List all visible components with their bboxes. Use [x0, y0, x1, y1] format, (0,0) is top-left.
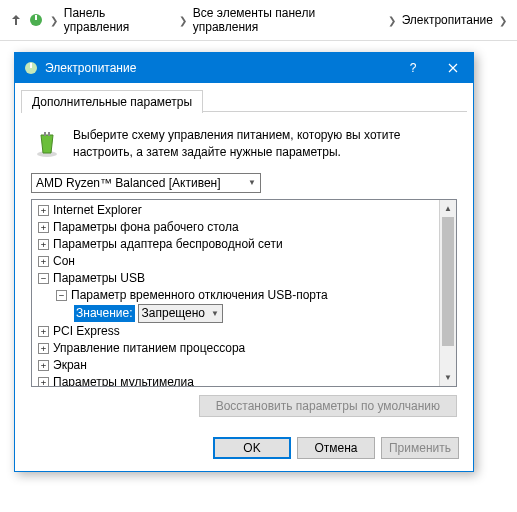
- expand-icon[interactable]: +: [38, 326, 49, 337]
- svg-rect-3: [30, 63, 32, 68]
- chevron-right-icon: ❯: [497, 15, 509, 26]
- tree-item-usb[interactable]: −Параметры USB: [32, 270, 439, 287]
- chevron-right-icon: ❯: [48, 15, 60, 26]
- scroll-up-icon[interactable]: ▲: [440, 200, 456, 217]
- power-options-icon: [28, 12, 44, 28]
- cancel-button[interactable]: Отмена: [297, 437, 375, 459]
- expand-icon[interactable]: +: [38, 239, 49, 250]
- collapse-icon[interactable]: −: [38, 273, 49, 284]
- info-text: Выберите схему управления питанием, кото…: [73, 127, 457, 161]
- titlebar: Электропитание ?: [15, 53, 473, 83]
- dialog-buttons: OK Отмена Применить: [15, 427, 473, 471]
- svg-rect-7: [48, 132, 50, 136]
- close-button[interactable]: [433, 53, 473, 83]
- tab-advanced[interactable]: Дополнительные параметры: [21, 90, 203, 113]
- breadcrumb-item[interactable]: Панель управления: [64, 6, 173, 34]
- collapse-icon[interactable]: −: [56, 290, 67, 301]
- chevron-right-icon: ❯: [177, 15, 189, 26]
- expand-icon[interactable]: +: [38, 377, 49, 386]
- expand-icon[interactable]: +: [38, 256, 49, 267]
- svg-rect-6: [44, 132, 46, 136]
- chevron-down-icon: ▼: [211, 305, 219, 322]
- tree-item-desktop-bg[interactable]: +Параметры фона рабочего стола: [32, 219, 439, 236]
- help-button[interactable]: ?: [393, 53, 433, 83]
- tree-item-pci[interactable]: +PCI Express: [32, 323, 439, 340]
- power-plan-combo[interactable]: AMD Ryzen™ Balanced [Активен] ▼: [31, 173, 261, 193]
- scrollbar[interactable]: ▲ ▼: [439, 200, 456, 386]
- tree-item-screen[interactable]: +Экран: [32, 357, 439, 374]
- restore-row: Восстановить параметры по умолчанию: [31, 395, 457, 417]
- chevron-down-icon: ▼: [248, 178, 256, 187]
- battery-icon: [31, 127, 63, 159]
- settings-tree: +Internet Explorer +Параметры фона рабоч…: [31, 199, 457, 387]
- expand-icon[interactable]: +: [38, 222, 49, 233]
- expand-icon[interactable]: +: [38, 205, 49, 216]
- power-plan-value: AMD Ryzen™ Balanced [Активен]: [36, 176, 221, 190]
- tab-row: Дополнительные параметры: [15, 83, 473, 112]
- expand-icon[interactable]: +: [38, 360, 49, 371]
- content: Выберите схему управления питанием, кото…: [15, 113, 473, 427]
- tree-item-wifi[interactable]: +Параметры адаптера беспроводной сети: [32, 236, 439, 253]
- window-title: Электропитание: [45, 61, 393, 75]
- tree-item-sleep[interactable]: +Сон: [32, 253, 439, 270]
- tree-item-ie[interactable]: +Internet Explorer: [32, 202, 439, 219]
- power-options-icon: [23, 60, 39, 76]
- tree-item-multimedia[interactable]: +Параметры мультимелиа: [32, 374, 439, 386]
- chevron-right-icon: ❯: [386, 15, 398, 26]
- tree-item-cpu[interactable]: +Управление питанием процессора: [32, 340, 439, 357]
- svg-rect-1: [35, 15, 37, 20]
- scroll-down-icon[interactable]: ▼: [440, 369, 456, 386]
- tree-body: +Internet Explorer +Параметры фона рабоч…: [32, 200, 439, 386]
- scroll-thumb[interactable]: [442, 217, 454, 346]
- svg-text:?: ?: [410, 62, 417, 74]
- ok-button[interactable]: OK: [213, 437, 291, 459]
- info-row: Выберите схему управления питанием, кото…: [31, 127, 457, 161]
- power-options-dialog: Электропитание ? Дополнительные параметр…: [14, 52, 474, 472]
- scroll-track[interactable]: [440, 217, 456, 369]
- expand-icon[interactable]: +: [38, 343, 49, 354]
- apply-button[interactable]: Применить: [381, 437, 459, 459]
- up-icon[interactable]: [8, 12, 24, 28]
- breadcrumb-item[interactable]: Электропитание: [402, 13, 493, 27]
- restore-defaults-button[interactable]: Восстановить параметры по умолчанию: [199, 395, 457, 417]
- tree-item-usb-value[interactable]: Значение: Запрещено ▼: [32, 304, 439, 323]
- value-label: Значение:: [74, 305, 135, 322]
- breadcrumb: ❯ Панель управления ❯ Все элементы панел…: [0, 0, 517, 41]
- value-combo[interactable]: Запрещено ▼: [138, 304, 223, 323]
- tree-item-usb-suspend[interactable]: −Параметр временного отключения USB-порт…: [32, 287, 439, 304]
- breadcrumb-item[interactable]: Все элементы панели управления: [193, 6, 382, 34]
